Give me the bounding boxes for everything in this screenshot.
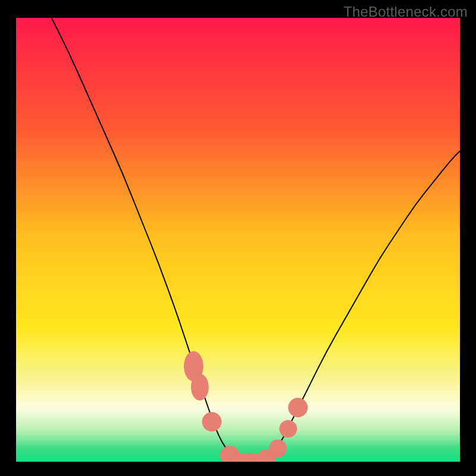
curve-marker xyxy=(191,374,209,400)
curve-marker xyxy=(279,420,297,438)
bottleneck-chart xyxy=(16,18,460,462)
curve-marker xyxy=(288,398,308,418)
chart-frame: TheBottleneck.com xyxy=(0,0,476,476)
curve-marker xyxy=(202,412,222,431)
plot-area xyxy=(16,18,460,462)
curve-marker xyxy=(269,440,287,458)
